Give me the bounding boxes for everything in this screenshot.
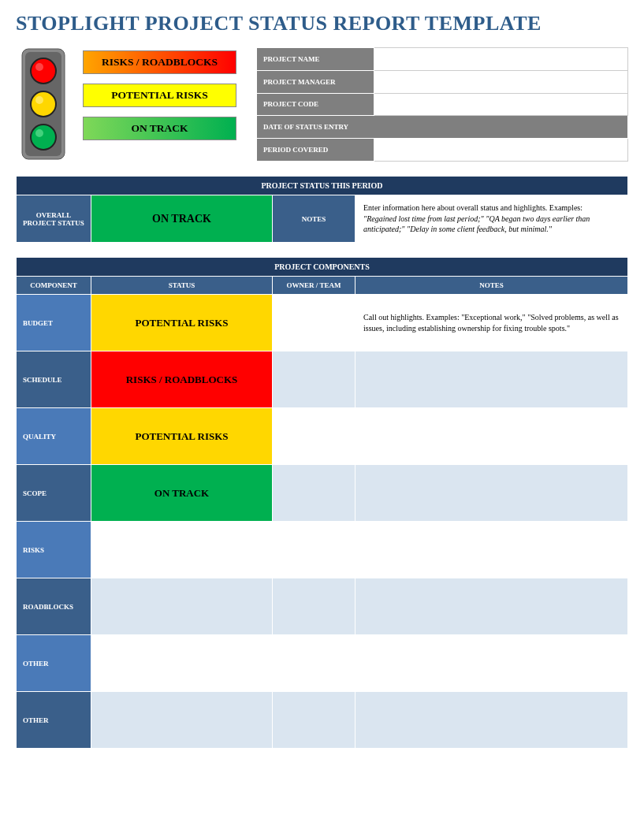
component-label: SCHEDULE: [17, 351, 91, 408]
component-owner[interactable]: [273, 635, 356, 692]
component-owner[interactable]: [273, 578, 356, 635]
component-notes[interactable]: [356, 692, 628, 749]
component-status[interactable]: [91, 522, 273, 578]
component-status[interactable]: POTENTIAL RISKS: [91, 408, 273, 465]
legend-green: ON TRACK: [83, 117, 236, 140]
overall-status-label: OVERALL PROJECT STATUS: [17, 195, 91, 243]
component-notes[interactable]: [356, 408, 628, 465]
date-status-entry-label: DATE OF STATUS ENTRY: [257, 116, 628, 139]
svg-point-9: [32, 125, 55, 149]
svg-point-6: [32, 92, 55, 116]
component-notes[interactable]: [356, 578, 628, 635]
col-notes: NOTES: [356, 277, 628, 295]
component-notes[interactable]: Call out highlights. Examples: "Exceptio…: [356, 295, 628, 351]
components-table: PROJECT COMPONENTS COMPONENT STATUS OWNE…: [16, 257, 628, 749]
status-period-header: PROJECT STATUS THIS PERIOD: [17, 177, 628, 195]
svg-point-4: [35, 63, 43, 71]
component-label: QUALITY: [17, 408, 91, 465]
project-manager-value[interactable]: [374, 70, 628, 93]
header-section: RISKS / ROADBLOCKS POTENTIAL RISKS ON TR…: [16, 47, 628, 162]
component-status[interactable]: ON TRACK: [91, 465, 273, 522]
period-covered-label: PERIOD COVERED: [257, 139, 374, 162]
overall-status-value: ON TRACK: [91, 195, 273, 243]
component-status[interactable]: RISKS / ROADBLOCKS: [91, 351, 273, 408]
project-manager-label: PROJECT MANAGER: [257, 70, 374, 93]
component-label: OTHER: [17, 635, 91, 692]
components-header: PROJECT COMPONENTS: [17, 258, 628, 277]
component-owner[interactable]: [273, 522, 356, 578]
legend-labels: RISKS / ROADBLOCKS POTENTIAL RISKS ON TR…: [83, 50, 236, 140]
component-notes[interactable]: [356, 351, 628, 408]
component-notes[interactable]: [356, 522, 628, 578]
status-notes-value[interactable]: Enter information here about overall sta…: [356, 195, 628, 243]
component-status[interactable]: [91, 692, 273, 749]
project-name-label: PROJECT NAME: [257, 48, 374, 71]
component-status[interactable]: [91, 578, 273, 635]
notes-text: Enter information here about overall sta…: [363, 203, 583, 212]
svg-point-3: [32, 59, 55, 83]
component-owner[interactable]: [273, 295, 356, 351]
component-owner[interactable]: [273, 351, 356, 408]
component-label: BUDGET: [17, 295, 91, 351]
project-info-table: PROJECT NAME PROJECT MANAGER PROJECT COD…: [256, 47, 628, 162]
component-owner[interactable]: [273, 408, 356, 465]
project-name-value[interactable]: [374, 48, 628, 71]
stoplight-legend: RISKS / ROADBLOCKS POTENTIAL RISKS ON TR…: [16, 47, 236, 162]
stoplight-icon: [16, 47, 71, 162]
svg-point-10: [35, 129, 43, 137]
component-label: OTHER: [17, 692, 91, 749]
project-code-value[interactable]: [374, 93, 628, 116]
component-status[interactable]: [91, 635, 273, 692]
component-owner[interactable]: [273, 465, 356, 522]
svg-point-7: [35, 96, 43, 104]
col-owner: OWNER / TEAM: [273, 277, 356, 295]
legend-yellow: POTENTIAL RISKS: [83, 84, 236, 107]
legend-red: RISKS / ROADBLOCKS: [83, 50, 236, 74]
component-status[interactable]: POTENTIAL RISKS: [91, 295, 273, 351]
period-covered-value[interactable]: [374, 139, 628, 162]
project-code-label: PROJECT CODE: [257, 93, 374, 116]
component-label: ROADBLOCKS: [17, 578, 91, 635]
col-component: COMPONENT: [17, 277, 91, 295]
component-label: SCOPE: [17, 465, 91, 522]
status-period-table: PROJECT STATUS THIS PERIOD OVERALL PROJE…: [16, 176, 628, 243]
component-owner[interactable]: [273, 692, 356, 749]
page-title: STOPLIGHT PROJECT STATUS REPORT TEMPLATE: [16, 12, 628, 35]
notes-examples: "Regained lost time from last period;" "…: [363, 214, 590, 234]
component-label: RISKS: [17, 522, 91, 578]
col-status: STATUS: [91, 277, 273, 295]
status-notes-label: NOTES: [273, 195, 356, 243]
component-notes[interactable]: [356, 635, 628, 692]
component-notes[interactable]: [356, 465, 628, 522]
